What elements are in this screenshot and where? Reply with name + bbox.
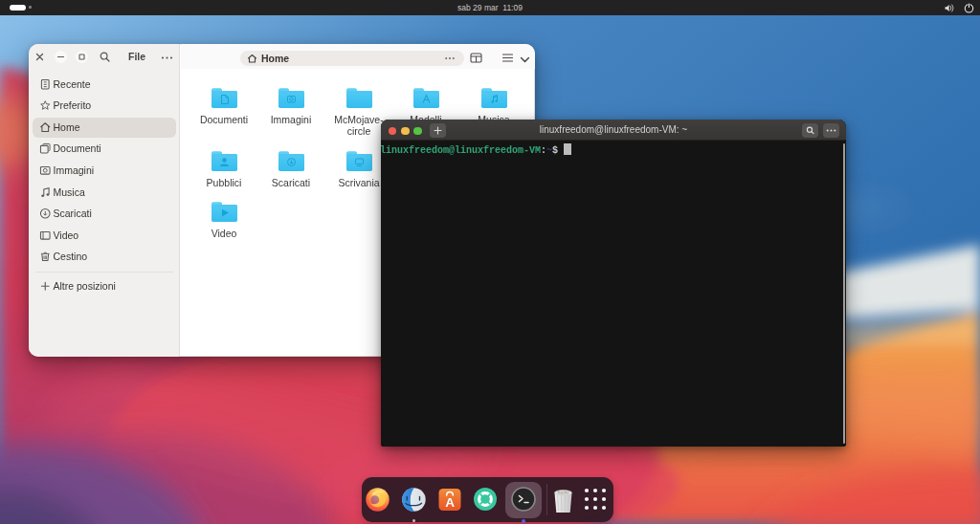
svg-text:A: A xyxy=(445,495,455,510)
